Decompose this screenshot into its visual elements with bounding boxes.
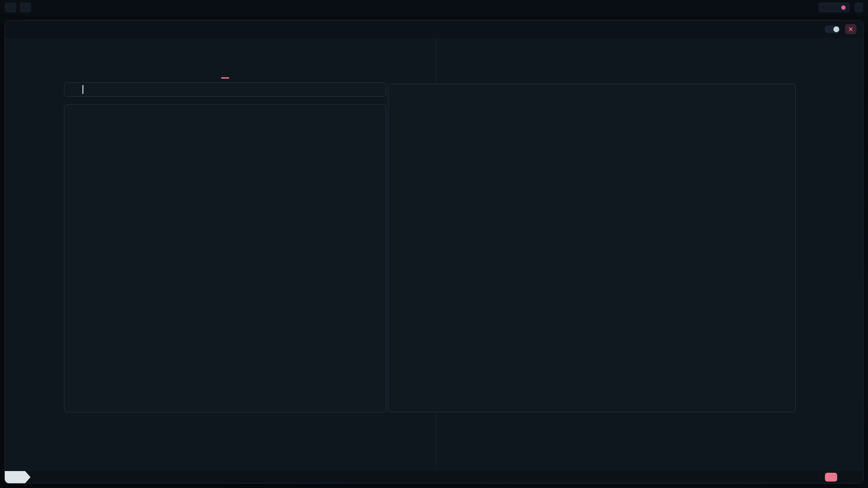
window-toggle[interactable]	[825, 25, 840, 33]
editor	[5, 38, 863, 471]
file-indicator	[39, 474, 48, 480]
terminal-window: ×	[4, 20, 864, 484]
window-close-button[interactable]: ×	[845, 24, 856, 34]
wifi-icon	[823, 4, 829, 11]
pencil-icon	[11, 474, 17, 480]
text-cursor	[82, 85, 83, 94]
git-branch-icon	[828, 474, 834, 480]
picker-title	[221, 77, 229, 79]
topbar	[0, 0, 868, 15]
shield-icon	[832, 4, 838, 11]
clock[interactable]	[854, 2, 863, 13]
statusline-right	[825, 473, 863, 482]
tabbar: ×	[5, 20, 863, 38]
search-icon	[70, 85, 78, 94]
tray-pink-dot-icon	[841, 5, 846, 10]
git-badge[interactable]	[825, 473, 837, 482]
results-panel	[64, 104, 386, 412]
tab-list	[5, 20, 26, 38]
find-files-input[interactable]	[64, 82, 386, 97]
preview-panel	[388, 84, 796, 412]
lines-icon	[845, 474, 852, 481]
apps-button[interactable]	[5, 2, 16, 13]
file-icon	[39, 474, 44, 480]
statusline	[5, 471, 863, 483]
logo-badge[interactable]	[20, 2, 31, 13]
system-tray[interactable]	[818, 2, 850, 13]
close-icon: ×	[848, 24, 853, 34]
mode-indicator	[5, 471, 31, 483]
apps-grid-icon	[7, 4, 14, 11]
window-controls: ×	[825, 24, 856, 34]
